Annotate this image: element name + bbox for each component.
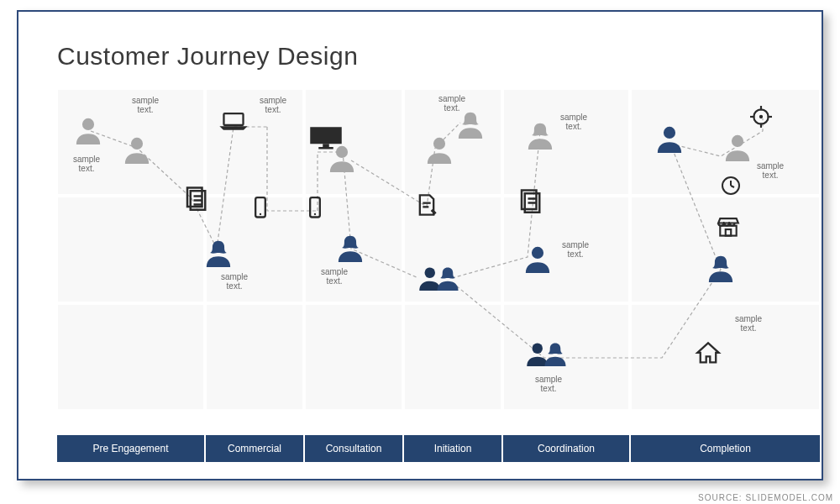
svg-point-15 (336, 146, 348, 158)
svg-point-38 (533, 344, 543, 354)
svg-point-26 (759, 115, 763, 118)
people-pair-icon (418, 265, 460, 296)
laptop-icon (221, 113, 246, 131)
annotation-label: sample text. (749, 161, 791, 180)
svg-point-24 (732, 135, 743, 147)
svg-point-16 (433, 138, 445, 150)
home-icon (696, 341, 721, 365)
stage-completion: Completion (631, 435, 820, 462)
stage-consultation: Consultation (305, 435, 402, 462)
stage-commercial: Commercial (206, 435, 303, 462)
edit-document-icon (415, 193, 438, 217)
person-female-icon (456, 110, 485, 139)
document-icon (183, 186, 208, 211)
store-icon (717, 217, 740, 239)
svg-point-35 (532, 247, 543, 259)
annotation-label: sample text. (252, 96, 294, 114)
svg-rect-2 (223, 113, 243, 125)
annotation-label: sample text. (124, 96, 166, 114)
person-icon (123, 135, 151, 164)
stage-initiation: Initiation (404, 435, 501, 462)
stage-pre-engagement: Pre Engagement (57, 435, 204, 462)
svg-rect-37 (726, 229, 731, 236)
annotation-label: sample text. (213, 272, 255, 291)
journey-grid: sample text. sample text. sample text. s… (57, 89, 820, 408)
person-icon (523, 244, 552, 273)
slide-frame: Customer Journey Design (17, 10, 823, 480)
svg-point-12 (260, 213, 261, 215)
svg-point-0 (82, 118, 94, 130)
annotation-label: sample text. (313, 267, 355, 286)
svg-rect-8 (310, 127, 342, 144)
svg-rect-36 (720, 226, 736, 236)
person-female-icon (204, 239, 233, 267)
annotation-label: sample text. (66, 155, 108, 173)
people-pair-icon (526, 341, 568, 371)
slide-title: Customer Journey Design (57, 42, 358, 71)
stage-coordination: Coordination (503, 435, 629, 462)
person-female-icon (336, 234, 365, 262)
svg-point-34 (425, 268, 436, 279)
target-icon (750, 106, 772, 128)
annotation-label: sample text. (727, 314, 769, 333)
svg-point-1 (131, 138, 143, 150)
person-icon (655, 124, 684, 153)
person-icon (723, 133, 752, 161)
clock-icon (721, 176, 741, 196)
person-female-icon (526, 121, 554, 150)
person-icon (74, 116, 102, 144)
source-credit: SOURCE: SLIDEMODEL.COM (698, 493, 833, 502)
document-icon (517, 188, 543, 213)
stage-bar: Pre Engagement Commercial Consultation I… (57, 435, 820, 462)
person-icon (425, 135, 454, 164)
phone-icon (309, 197, 321, 218)
svg-line-33 (731, 186, 734, 187)
annotation-label: sample text. (554, 240, 596, 259)
svg-point-14 (314, 213, 316, 215)
svg-point-23 (664, 127, 675, 139)
annotation-label: sample text. (553, 113, 595, 131)
person-female-icon (706, 254, 735, 282)
annotation-label: sample text. (431, 94, 473, 113)
annotation-label: sample text. (528, 375, 570, 393)
phone-icon (255, 197, 266, 218)
person-icon (328, 144, 356, 172)
